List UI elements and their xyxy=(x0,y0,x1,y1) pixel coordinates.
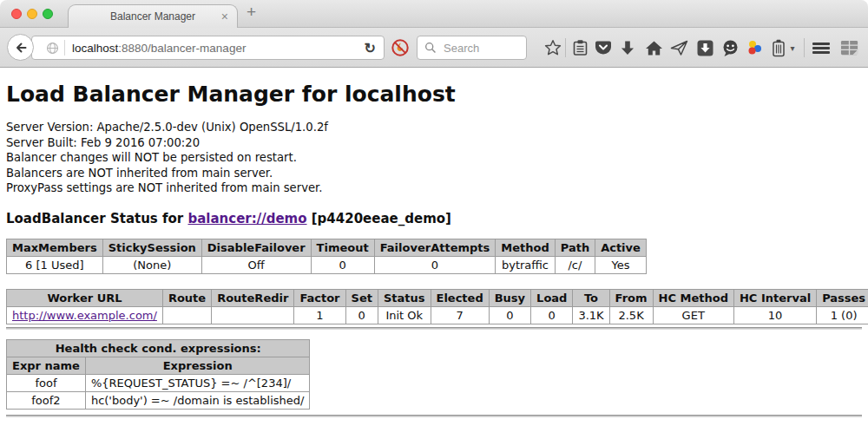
column-header: RouteRedir xyxy=(212,289,294,306)
bookmark-star-button[interactable] xyxy=(543,38,562,57)
page-title: Load Balancer Manager for localhost xyxy=(6,82,862,107)
active-cell: Yes xyxy=(595,256,647,273)
path-cell: /c/ xyxy=(555,256,595,273)
minimize-window-button[interactable] xyxy=(27,9,37,19)
close-window-button[interactable] xyxy=(11,9,22,19)
home-button[interactable] xyxy=(644,38,663,57)
column-header: Expression xyxy=(85,357,310,374)
busy-cell: 0 xyxy=(489,306,530,324)
hc-interval-cell: 10 xyxy=(733,306,816,324)
url-bar[interactable]: localhost:8880/balancer-manager ↻ xyxy=(31,36,385,60)
column-header: Worker URL xyxy=(7,289,163,306)
color-dots-icon xyxy=(746,39,764,57)
close-tab-icon[interactable]: × xyxy=(221,9,228,24)
hamburger-icon xyxy=(812,43,830,54)
download-arrow-icon xyxy=(620,40,635,56)
balancer-settings-table: MaxMembers StickySession DisableFailover… xyxy=(6,239,647,274)
status-cell: Init Ok xyxy=(378,306,431,324)
column-header: Busy xyxy=(489,289,530,306)
pages-grid-icon xyxy=(840,39,859,57)
url-path: :8880/balancer-manager xyxy=(118,42,246,55)
tab-balancer-manager[interactable]: Balancer Manager × xyxy=(68,4,238,28)
notice-line: Balancers are NOT inherited from main se… xyxy=(6,166,862,181)
load-cell: 0 xyxy=(531,306,573,324)
reload-button[interactable]: ↻ xyxy=(357,40,384,56)
archive-icon xyxy=(772,39,786,57)
method-cell: bytraffic xyxy=(496,256,555,273)
notice-line: Balancer changes will NOT be persisted o… xyxy=(6,150,862,166)
timeout-cell: 0 xyxy=(311,256,374,273)
disablefailover-cell: Off xyxy=(201,256,311,273)
home-icon xyxy=(645,40,663,56)
table-row: 6 [1 Used] (None) Off 0 0 bytraffic /c/ … xyxy=(7,256,647,273)
column-header: Expr name xyxy=(7,357,86,374)
smiley-icon xyxy=(721,39,740,57)
routeredir-cell xyxy=(212,306,294,324)
stickysession-cell: (None) xyxy=(102,256,201,273)
table-header-row: Expr name Expression xyxy=(7,357,310,374)
back-button[interactable] xyxy=(7,34,34,61)
route-cell xyxy=(162,306,211,324)
pocket-button[interactable] xyxy=(594,38,613,57)
reading-list-button[interactable] xyxy=(570,38,589,57)
search-bar[interactable] xyxy=(417,36,527,60)
site-identity-globe-icon[interactable] xyxy=(46,42,59,55)
table-header-row: Worker URL Route RouteRedir Factor Set S… xyxy=(7,289,868,306)
failoverattempts-cell: 0 xyxy=(374,256,496,273)
column-header: StickySession xyxy=(102,239,201,256)
table-row: foof2 hc('body') =~ /domain is establish… xyxy=(7,391,310,409)
column-header: HC Method xyxy=(653,289,733,306)
search-icon xyxy=(424,42,437,54)
flash-blocked-icon xyxy=(391,38,410,57)
to-cell: 3.1K xyxy=(573,306,609,324)
video-download-button[interactable] xyxy=(695,38,714,57)
passes-cell: 1 (0) xyxy=(817,306,868,324)
worker-url-link[interactable]: http://www.example.com/ xyxy=(12,309,157,322)
column-header: FailoverAttempts xyxy=(374,239,496,256)
section-divider xyxy=(6,327,862,330)
flash-blocked-button[interactable] xyxy=(390,37,411,58)
archive-extension-button[interactable] xyxy=(771,38,786,57)
archive-dropdown-button[interactable]: ▾ xyxy=(786,38,799,57)
column-header: Status xyxy=(378,289,431,306)
dropdown-caret-icon: ▾ xyxy=(790,43,794,53)
chat-smiley-button[interactable] xyxy=(720,38,740,57)
column-header: Elected xyxy=(431,289,489,306)
pocket-icon xyxy=(595,40,612,56)
paper-plane-icon xyxy=(670,39,688,56)
toolbar-divider xyxy=(565,38,566,57)
column-header: DisableFailover xyxy=(201,239,311,256)
downloads-button[interactable] xyxy=(618,38,637,57)
server-version-line: Server Version: Apache/2.5.0-dev (Unix) … xyxy=(6,120,862,135)
expr-name-cell: foof xyxy=(7,374,86,391)
column-header: Load xyxy=(531,289,573,306)
from-cell: 2.5K xyxy=(609,306,653,324)
toolbar-divider xyxy=(804,38,805,57)
zoom-window-button[interactable] xyxy=(43,9,53,19)
hc-method-cell: GET xyxy=(653,306,733,324)
url-separator xyxy=(64,40,65,56)
expression-cell: hc('body') =~ /domain is established/ xyxy=(85,391,310,409)
url-text[interactable]: localhost:8880/balancer-manager xyxy=(72,42,357,55)
color-dots-extension-button[interactable] xyxy=(745,38,764,57)
browser-window: Balancer Manager × + localhost:8880/bala… xyxy=(0,0,868,426)
server-info: Server Version: Apache/2.5.0-dev (Unix) … xyxy=(6,120,862,196)
menu-button[interactable] xyxy=(812,38,831,57)
server-built-line: Server Built: Feb 9 2016 07:00:20 xyxy=(6,135,862,151)
page-content: Load Balancer Manager for localhost Serv… xyxy=(0,82,868,417)
factor-cell: 1 xyxy=(294,306,345,324)
column-header: Set xyxy=(345,289,378,306)
navigation-toolbar: localhost:8880/balancer-manager ↻ xyxy=(0,28,868,68)
titlebar: Balancer Manager × + xyxy=(0,0,868,28)
column-header: Path xyxy=(555,239,595,256)
balancer-demo-link[interactable]: balancer://demo xyxy=(187,211,306,226)
pages-extension-button[interactable] xyxy=(840,38,859,57)
send-tab-button[interactable] xyxy=(669,38,688,57)
column-header: To xyxy=(573,289,609,306)
back-arrow-icon xyxy=(14,41,28,55)
expression-cell: %{REQUEST_STATUS} =~ /^[234]/ xyxy=(85,374,310,391)
new-tab-button[interactable]: + xyxy=(247,3,256,22)
search-input[interactable] xyxy=(442,41,519,56)
table-title-row: Health check cond. expressions: xyxy=(7,339,310,357)
elected-cell: 7 xyxy=(431,306,489,324)
